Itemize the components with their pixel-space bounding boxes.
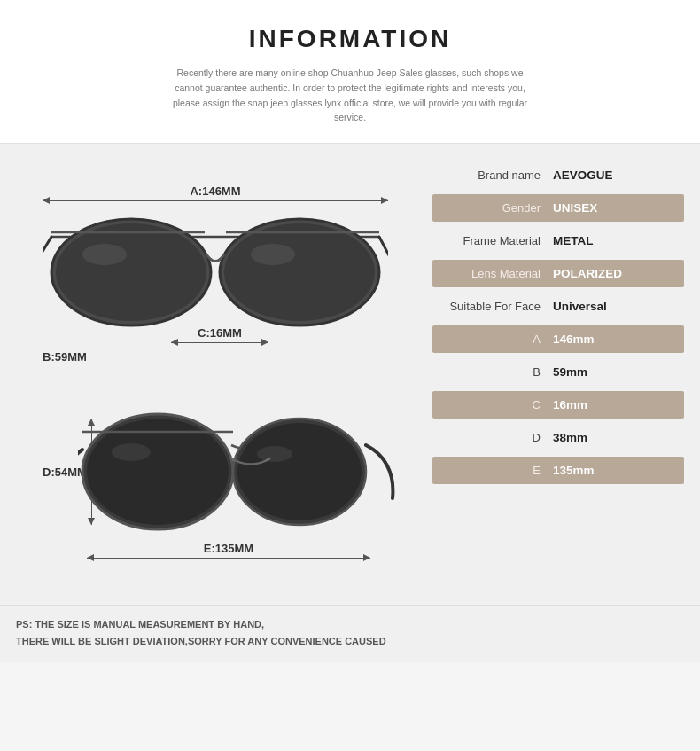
glasses-bottom-diagram: D:54MM [34,374,406,578]
spec-row-frame-material: Frame Material METAL [432,227,684,254]
page-container: INFORMATION Recently there are many onli… [0,0,700,662]
glasses-top-svg [43,206,388,343]
svg-point-15 [237,423,362,520]
footer-section: PS: THE SIZE IS MANUAL MEASUREMENT BY HA… [0,605,700,661]
spec-row-gender: Gender UNISEX [432,194,684,222]
top-glasses-svg [43,206,388,343]
suitable-label: Suitable For Face [443,300,541,313]
lens-material-value: POLARIZED [553,267,622,280]
dim-a-spec-value: 146mm [553,332,595,346]
dim-e-label: E:135MM [87,542,370,555]
dim-c-arrow-left [171,339,178,346]
spec-row-suitable: Suitable For Face Universal [432,293,684,320]
brand-name-value: AEVOGUE [553,168,613,182]
dim-c-label: C:16MM [171,326,268,340]
footer-line2: THERE WILL BE SLIGHT DEVIATION,SORRY FOR… [16,633,684,650]
suitable-value: Universal [553,300,607,313]
glasses-top-diagram: A:146MM [34,170,406,374]
dim-b-label: B:59MM [43,350,87,364]
dim-e-spec-label: E [443,464,541,477]
svg-point-10 [251,244,295,265]
svg-line-7 [43,237,51,259]
lens-material-label: Lens Material [443,267,541,280]
dim-a-line [43,200,388,201]
frame-material-label: Frame Material [443,234,541,247]
spec-row-brand: Brand name AEVOGUE [432,161,684,189]
spec-row-lens-material: Lens Material POLARIZED [432,260,684,287]
dim-c-container: C:16MM [171,326,268,343]
dim-d-spec-value: 38mm [553,431,587,444]
footer-line1: PS: THE SIZE IS MANUAL MEASUREMENT BY HA… [16,616,684,633]
header-section: INFORMATION Recently there are many onli… [0,0,700,144]
dim-e-line [87,558,370,559]
dim-e-container: E:135MM [87,542,370,559]
header-disclaimer: Recently there are many online shop Chua… [164,66,536,125]
dim-e-arrow-left [87,554,94,561]
svg-point-12 [87,419,229,525]
dim-a-container: A:146MM [43,184,388,201]
gender-value: UNISEX [553,201,597,215]
dim-c-spec-label: C [443,398,541,411]
bottom-glasses-svg [78,401,397,543]
dim-a-arrow-right [381,197,388,204]
gender-label: Gender [443,201,541,215]
dim-a-spec-label: A [443,332,541,346]
dim-e-spec-value: 135mm [553,464,595,477]
dim-c-line [171,342,268,343]
dim-e-arrow-right [363,554,370,561]
frame-material-value: METAL [553,234,594,247]
diagram-section: A:146MM [16,161,424,587]
specs-section: Brand name AEVOGUE Gender UNISEX Frame M… [424,161,684,587]
svg-line-8 [379,237,388,259]
main-content: A:146MM [0,144,700,605]
svg-point-2 [56,223,206,321]
spec-row-dim-b: B 59mm [432,358,684,386]
svg-point-16 [112,443,151,461]
svg-point-9 [82,244,127,265]
dim-b-spec-value: 59mm [553,365,587,379]
page-title: INFORMATION [18,25,682,53]
svg-point-4 [224,223,375,321]
spec-row-dim-d: D 38mm [432,424,684,451]
dim-c-spec-value: 16mm [553,398,587,411]
dim-a-label: A:146MM [43,184,388,198]
dim-d-spec-label: D [443,431,541,444]
dim-c-arrow-right [261,339,268,346]
glasses-side-svg [78,401,397,543]
brand-name-label: Brand name [443,168,541,182]
spec-row-dim-e: E 135mm [432,457,684,484]
dim-a-arrow-left [43,197,50,204]
svg-point-17 [257,446,292,462]
spec-row-dim-a: A 146mm [432,325,684,353]
dim-b-spec-label: B [443,365,541,379]
spec-row-dim-c: C 16mm [432,391,684,419]
